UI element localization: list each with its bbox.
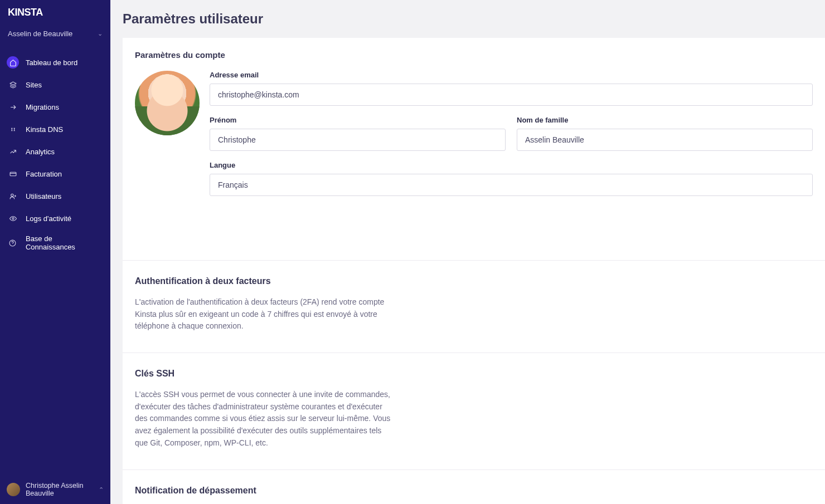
firstname-label: Prénom <box>210 116 506 124</box>
overage-section: Notification de dépassement <box>123 470 825 505</box>
sidebar-item-label: Tableau de bord <box>26 58 77 67</box>
analytics-icon <box>7 145 19 158</box>
ssh-section: Clés SSH L'accès SSH vous permet de vous… <box>123 353 825 469</box>
chevron-up-icon: ⌃ <box>99 486 104 493</box>
twofa-description: L'activation de l'authentification à deu… <box>135 296 391 332</box>
users-icon <box>7 190 19 202</box>
sidebar-item-label: Facturation <box>26 170 62 178</box>
account-heading: Paramètres du compte <box>135 50 813 60</box>
sidebar-item-label: Migrations <box>26 103 59 111</box>
sidebar-item-label: Sites <box>26 81 42 89</box>
chevron-down-icon: ⌄ <box>98 30 103 37</box>
page-title: Paramètres utilisateur <box>110 0 825 38</box>
lastname-label: Nom de famille <box>517 116 813 124</box>
sidebar-item-knowledge[interactable]: Base de Connaissances <box>0 229 110 256</box>
user-avatar-small <box>7 483 20 496</box>
footer-user-name: Christophe Asselin Beauville <box>26 482 93 497</box>
sidebar-item-sites[interactable]: Sites <box>0 74 110 96</box>
overage-heading: Notification de dépassement <box>135 486 813 496</box>
ssh-heading: Clés SSH <box>135 369 813 379</box>
home-icon <box>7 56 19 68</box>
sidebar-nav: Tableau de bord Sites Migrations Kinsta … <box>0 48 110 256</box>
twofa-heading: Authentification à deux facteurs <box>135 276 813 286</box>
account-name: Asselin de Beauville <box>8 30 72 38</box>
sidebar-item-label: Utilisateurs <box>26 192 61 200</box>
account-settings-section: Paramètres du compte Adresse email Préno… <box>123 38 825 261</box>
kinsta-logo-icon: KINSTA <box>8 7 48 18</box>
svg-rect-2 <box>10 172 16 176</box>
dns-icon <box>7 123 19 135</box>
user-avatar-large[interactable] <box>135 71 200 135</box>
sidebar-item-label: Analytics <box>26 148 55 156</box>
lastname-input[interactable] <box>517 129 813 151</box>
layers-icon <box>7 79 19 91</box>
svg-text:KINSTA: KINSTA <box>8 7 43 18</box>
sidebar-item-dashboard[interactable]: Tableau de bord <box>0 51 110 74</box>
sidebar-item-billing[interactable]: Facturation <box>0 163 110 185</box>
migrate-icon <box>7 101 19 113</box>
eye-icon <box>7 212 19 224</box>
sidebar-item-migrations[interactable]: Migrations <box>0 96 110 118</box>
svg-point-4 <box>11 194 13 196</box>
svg-marker-1 <box>10 82 16 85</box>
sidebar-item-label: Kinsta DNS <box>26 125 63 134</box>
sidebar-item-activity[interactable]: Logs d'activité <box>0 207 110 229</box>
firstname-input[interactable] <box>210 129 506 151</box>
language-label: Langue <box>210 161 813 169</box>
language-select[interactable] <box>210 174 813 196</box>
sidebar-user-footer[interactable]: Christophe Asselin Beauville ⌃ <box>0 475 110 504</box>
ssh-description: L'accès SSH vous permet de vous connecte… <box>135 389 391 449</box>
sidebar-item-users[interactable]: Utilisateurs <box>0 185 110 207</box>
sidebar-item-label: Base de Connaissances <box>26 234 104 251</box>
brand-logo: KINSTA <box>0 0 110 24</box>
email-input[interactable] <box>210 84 813 106</box>
svg-point-7 <box>12 217 13 219</box>
sidebar-item-dns[interactable]: Kinsta DNS <box>0 118 110 140</box>
billing-icon <box>7 168 19 180</box>
twofa-section: Authentification à deux facteurs L'activ… <box>123 261 825 353</box>
sidebar-item-analytics[interactable]: Analytics <box>0 140 110 163</box>
sidebar: KINSTA Asselin de Beauville ⌄ Tableau de… <box>0 0 110 504</box>
main-content: Paramètres utilisateur Paramètres du com… <box>110 0 825 504</box>
account-selector[interactable]: Asselin de Beauville ⌄ <box>0 24 110 48</box>
email-label: Adresse email <box>210 71 813 79</box>
sidebar-item-label: Logs d'activité <box>26 214 71 223</box>
help-icon <box>7 237 19 249</box>
